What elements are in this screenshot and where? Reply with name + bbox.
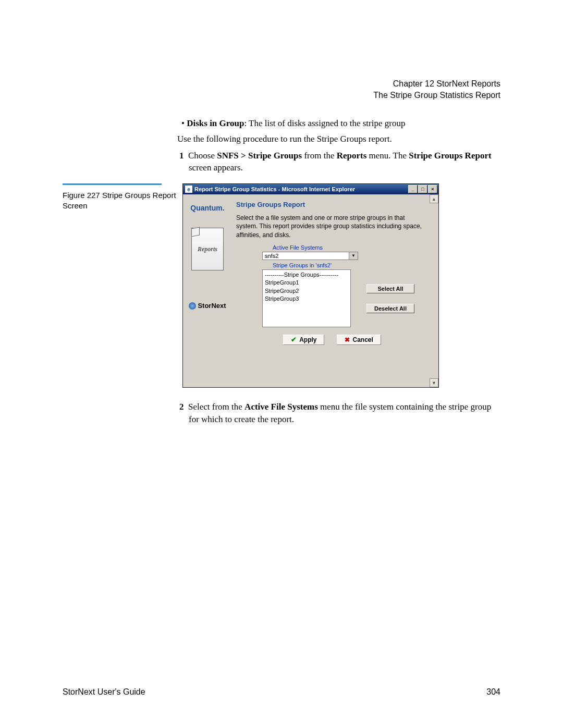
active-file-systems-select[interactable]: snfs2 ▼ (262, 252, 358, 260)
footer-left: StorNext User's Guide (63, 687, 145, 697)
bullet-disks-in-group: Disks in Group: The list of disks assign… (189, 117, 500, 130)
reports-label: Reports (198, 245, 217, 253)
chapter-line: Chapter 12 StorNext Reports (373, 78, 500, 90)
x-icon: ✖ (345, 337, 350, 343)
page-footer: StorNext User's Guide 304 (63, 687, 500, 697)
panel-title: Stripe Groups Report (236, 201, 428, 208)
form-area: Active File Systems snfs2 ▼ Stripe Group… (252, 244, 428, 327)
main-panel: Stripe Groups Report Select the a file s… (232, 194, 438, 387)
section-line: The Stripe Group Statistics Report (373, 90, 500, 101)
list-item[interactable]: ----------Stripe Groups---------- (265, 271, 348, 279)
stor-next-label: StorNext (198, 302, 226, 310)
reports-module-icon[interactable]: Reports (191, 228, 224, 270)
body-text: Disks in Group: The list of disks assign… (177, 117, 500, 174)
page-header: Chapter 12 StorNext Reports The Stripe G… (373, 78, 500, 102)
apply-label: Apply (299, 336, 316, 343)
ie-body: ▲ ▼ Quantum. Reports StorNext Stripe Gro… (183, 194, 438, 387)
bullet-label: Disks in Group (187, 118, 244, 128)
step-1-post: screen appears. (189, 163, 243, 172)
bullet-desc: : The list of disks assigned to the stri… (244, 118, 405, 128)
active-file-systems-label: Active File Systems (273, 244, 428, 251)
post-figure-text: 2 Select from the Active File Systems me… (177, 401, 500, 426)
close-button[interactable]: × (428, 185, 437, 193)
step-2-num: 2 (179, 402, 184, 412)
step-1-bold-1: SNFS > Stripe Groups (217, 151, 302, 161)
select-value: snfs2 (265, 253, 278, 259)
stripe-groups-label: Stripe Groups in 'snfs2' (273, 262, 428, 268)
step-1-bold-2: Reports (337, 151, 367, 161)
list-item[interactable]: StripeGroup2 (265, 287, 348, 295)
action-row: ✔ Apply ✖ Cancel (236, 327, 428, 353)
step-1-mid2: menu. The (366, 151, 409, 161)
step-1: 1 Choose SNFS > Stripe Groups from the R… (189, 150, 500, 175)
ie-window: e Report Stripe Group Statistics - Micro… (182, 183, 439, 388)
panel-description: Select the a file system and one or more… (236, 214, 428, 239)
caption-rule (63, 183, 162, 185)
step-1-num: 1 (179, 151, 184, 161)
step-2: 2 Select from the Active File Systems me… (189, 401, 500, 426)
maximize-button[interactable]: □ (418, 185, 427, 193)
minimize-button[interactable]: _ (408, 185, 418, 193)
titlebar[interactable]: e Report Stripe Group Statistics - Micro… (183, 184, 438, 194)
cancel-label: Cancel (352, 336, 373, 343)
cancel-button[interactable]: ✖ Cancel (337, 335, 381, 345)
step-2-pre: Select from the (188, 402, 244, 412)
quantum-logo: Quantum. (185, 204, 230, 212)
window-buttons: _ □ × (408, 185, 437, 193)
listbox-row: ----------Stripe Groups---------- Stripe… (252, 269, 428, 327)
deselect-all-button[interactable]: Deselect All (366, 304, 414, 313)
folder-tab-icon (191, 227, 200, 237)
left-panel: Quantum. Reports StorNext (183, 194, 232, 387)
ie-app-icon: e (185, 186, 192, 193)
scroll-up-icon[interactable]: ▲ (430, 194, 438, 203)
footer-page-number: 304 (486, 687, 500, 697)
globe-icon (189, 302, 196, 310)
step-1-bold-3: Stripe Groups Report (409, 151, 491, 161)
check-icon: ✔ (291, 336, 297, 343)
list-item[interactable]: StripeGroup3 (265, 295, 348, 303)
window-title: Report Stripe Group Statistics - Microso… (194, 186, 408, 192)
list-item[interactable]: StripeGroup1 (265, 279, 348, 287)
document-page: Chapter 12 StorNext Reports The Stripe G… (0, 0, 563, 728)
chevron-down-icon[interactable]: ▼ (349, 252, 358, 260)
figure-caption: Figure 227 Stripe Groups Report Screen (63, 190, 177, 211)
apply-button[interactable]: ✔ Apply (283, 335, 324, 345)
select-all-button[interactable]: Select All (366, 284, 414, 293)
stripe-groups-listbox[interactable]: ----------Stripe Groups---------- Stripe… (262, 269, 351, 327)
selection-buttons: Select All Deselect All (366, 284, 414, 313)
stor-next-brand: StorNext (185, 302, 230, 310)
step-2-bold-1: Active File Systems (244, 402, 318, 412)
figure-row: Figure 227 Stripe Groups Report Screen e… (63, 183, 500, 388)
scroll-down-icon[interactable]: ▼ (430, 378, 438, 387)
step-1-mid: from the (302, 151, 337, 161)
intro-paragraph: Use the following procedure to run the S… (177, 133, 500, 145)
step-1-pre: Choose (188, 151, 217, 161)
figure-caption-column: Figure 227 Stripe Groups Report Screen (63, 183, 182, 211)
